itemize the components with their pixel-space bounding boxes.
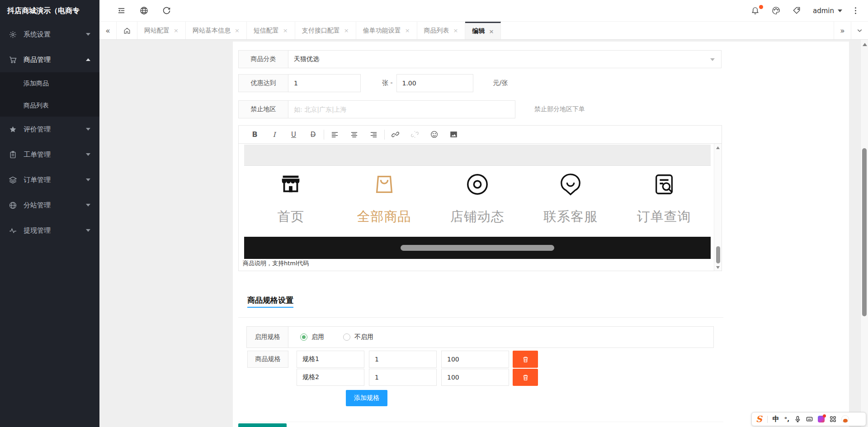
tag-icon[interactable] [792,6,801,15]
enable-radio-off[interactable] [343,333,350,341]
enable-radio-on[interactable] [300,333,307,341]
close-icon[interactable]: × [405,27,410,34]
tabs-scroll-left-button[interactable]: « [99,22,117,39]
submit-button[interactable] [238,423,287,427]
ime-toolbar[interactable]: S 中 °, [751,412,866,426]
scroll-down-arrow[interactable] [716,266,720,269]
tab-sms-config[interactable]: 短信配置 × [247,22,295,39]
tabs-dropdown-button[interactable] [851,22,868,39]
unlink-button[interactable] [405,126,425,144]
spec-name-input[interactable] [297,351,364,368]
top-header: admin [99,0,868,22]
spec-price-input[interactable] [441,351,509,368]
bold-button[interactable]: B [245,126,264,144]
sidebar-item-review-management[interactable]: 评价管理 [0,117,99,142]
sidebar-submenu: 添加商品 商品列表 [0,72,99,117]
username: admin [813,7,834,15]
globe-icon [9,201,17,209]
discount-qty-input[interactable] [288,74,361,92]
align-center-button[interactable] [344,126,364,144]
strikethrough-button[interactable]: D [303,126,323,144]
add-spec-button[interactable]: 添加规格 [346,390,387,406]
menu-collapse-icon[interactable] [117,6,126,15]
enable-radio-on-label: 启用 [311,333,324,341]
sidebar-item-label: 商品管理 [24,56,86,64]
ime-language-mode[interactable]: 中 [773,416,779,422]
italic-button[interactable]: I [264,126,284,144]
ime-punctuation-mode[interactable]: °, [784,416,789,422]
sogou-logo-icon[interactable]: S [756,415,762,423]
underline-button[interactable]: U [284,126,303,144]
editor-scroll-thumb[interactable] [716,246,720,263]
tab-site-basic-info[interactable]: 网站基本信息 × [186,22,247,39]
tabs-scroll-right-button[interactable]: » [834,22,851,39]
spec-row-2 [297,369,538,386]
page-scrollbar[interactable] [860,40,868,427]
spec-qty-input[interactable] [369,351,437,368]
ime-toolbox-icon[interactable] [830,416,836,422]
category-select[interactable]: 天猫优选 [288,50,722,68]
delete-spec-button[interactable] [513,369,538,386]
sidebar-item-goods-management[interactable]: 商品管理 [0,47,99,72]
microphone-icon[interactable] [794,416,801,422]
ime-skin-icon[interactable] [818,416,825,422]
forbidden-region-input[interactable] [288,100,515,118]
header-left-actions [117,6,171,15]
discount-price-input[interactable] [396,74,473,92]
emoji-button[interactable] [425,126,444,144]
spec-table: 商品规格 [247,351,538,386]
close-icon[interactable]: × [453,27,458,34]
sidebar-item-withdrawal-management[interactable]: 提现管理 [0,218,99,243]
user-menu[interactable]: admin [813,7,842,15]
spec-section-heading: 商品规格设置 [247,295,293,305]
editor-scrollbar[interactable] [714,144,722,271]
tab-goods-list[interactable]: 商品列表 × [417,22,466,39]
chevron-down-icon [86,229,90,232]
ime-assistant-icon[interactable] [841,415,849,423]
tab-site-config[interactable]: 网站配置 × [137,22,186,39]
sidebar-item-label: 提现管理 [24,226,86,235]
close-icon[interactable]: × [235,27,240,34]
spec-name-input[interactable] [297,369,364,386]
sidebar-item-system-settings[interactable]: 系统设置 [0,22,99,47]
chevron-down-icon [86,128,90,131]
spec-qty-input[interactable] [369,369,437,386]
chevron-down-icon [857,28,863,33]
home-tab[interactable] [117,22,137,39]
discount-label: 优惠达到 [238,74,288,92]
sidebar-item-ticket-management[interactable]: 工单管理 [0,142,99,167]
sidebar-item-substation-management[interactable]: 分站管理 [0,192,99,218]
sidebar: 抖店商城演示（电商专 系统设置 商品管理 添加商品 [0,0,99,427]
delete-spec-button[interactable] [513,351,538,368]
tab-edit-active[interactable]: 编辑 × [465,22,501,39]
spec-price-input[interactable] [441,369,509,386]
sidebar-item-order-management[interactable]: 订单管理 [0,167,99,192]
site-globe-icon[interactable] [139,6,148,15]
tab-payment-config[interactable]: 支付接口配置 × [295,22,356,39]
order-search-icon [652,172,676,197]
notification-bell-icon[interactable] [750,6,760,15]
tab-steal-order-settings[interactable]: 偷单功能设置 × [356,22,417,39]
rich-text-editor: B I U D [238,125,722,271]
spec-row-1 [297,351,538,368]
editor-content[interactable]: 首页 全部商品 [239,144,722,271]
image-button[interactable] [444,126,463,144]
align-left-button[interactable] [325,126,344,144]
scroll-up-arrow[interactable] [863,43,867,46]
star-icon [9,125,17,133]
sidebar-subitem-add-goods[interactable]: 添加商品 [0,72,99,94]
close-icon[interactable]: × [174,27,179,34]
close-icon[interactable]: × [283,27,288,34]
more-options-icon[interactable] [854,6,857,15]
theme-palette-icon[interactable] [771,6,780,15]
toolbar-separator [324,130,324,140]
link-button[interactable] [386,126,405,144]
close-icon[interactable]: × [489,28,494,35]
sidebar-subitem-goods-list[interactable]: 商品列表 [0,94,99,117]
align-right-button[interactable] [364,126,383,144]
virtual-keyboard-icon[interactable] [806,416,813,422]
page-scroll-thumb[interactable] [862,148,867,316]
scroll-up-arrow[interactable] [716,146,720,149]
close-icon[interactable]: × [344,27,349,34]
refresh-icon[interactable] [162,6,171,15]
